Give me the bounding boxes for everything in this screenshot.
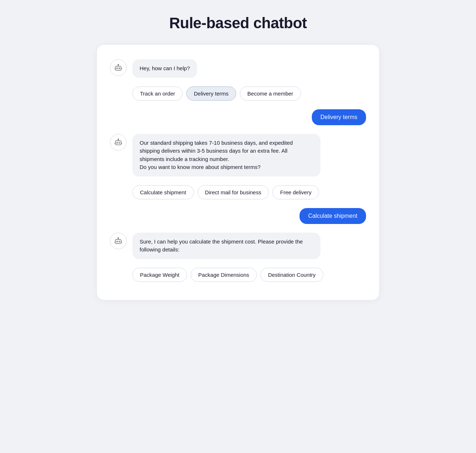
option-delivery-terms[interactable]: Delivery terms: [186, 86, 236, 101]
option-become-member[interactable]: Become a member: [240, 86, 301, 101]
svg-rect-0: [115, 66, 121, 70]
svg-point-2: [119, 68, 120, 69]
option-destination-country[interactable]: Destination Country: [260, 268, 323, 282]
bot-reply-2-bubble: Sure, I can help you calculate the shipm…: [132, 233, 320, 259]
bot-reply-2-row: Sure, I can help you calculate the shipm…: [110, 233, 366, 259]
svg-point-1: [116, 68, 118, 69]
user-message-2: Calculate shipment: [299, 208, 366, 224]
option-free-delivery[interactable]: Free delivery: [272, 185, 319, 199]
user-message-1-row: Delivery terms: [110, 109, 366, 125]
bot-greeting-row: Hey, how can I help?: [110, 59, 366, 78]
chat-container: Hey, how can I help? Track an order Deli…: [97, 45, 379, 300]
svg-point-8: [116, 142, 118, 143]
svg-point-16: [119, 241, 120, 242]
svg-point-9: [119, 142, 120, 143]
bot-greeting-messages: Hey, how can I help?: [132, 59, 197, 78]
svg-point-18: [118, 237, 119, 238]
user-message-2-row: Calculate shipment: [110, 208, 366, 224]
svg-point-11: [118, 139, 119, 139]
page-title: Rule-based chatbot: [169, 14, 307, 32]
option-track-order[interactable]: Track an order: [132, 86, 183, 101]
bot-reply-1-messages: Our standard shipping takes 7-10 busines…: [132, 134, 320, 177]
bot-avatar-3: [110, 233, 127, 249]
reply-options-row: Calculate shipment Direct mail for busin…: [132, 185, 366, 199]
option-direct-mail[interactable]: Direct mail for business: [197, 185, 269, 199]
option-calculate-shipment[interactable]: Calculate shipment: [132, 185, 194, 199]
robot-icon-2: [114, 137, 123, 147]
robot-icon: [114, 63, 123, 72]
bot-reply-1-bubble: Our standard shipping takes 7-10 busines…: [132, 134, 320, 177]
svg-rect-7: [115, 140, 121, 144]
bot-avatar-2: [110, 134, 127, 151]
robot-icon-3: [114, 236, 123, 246]
bot-avatar: [110, 59, 127, 76]
bot-reply-2-messages: Sure, I can help you calculate the shipm…: [132, 233, 320, 259]
bot-reply-1-row: Our standard shipping takes 7-10 busines…: [110, 134, 366, 177]
option-package-weight[interactable]: Package Weight: [132, 268, 187, 282]
initial-options-row: Track an order Delivery terms Become a m…: [132, 86, 366, 101]
greeting-bubble: Hey, how can I help?: [132, 59, 197, 78]
svg-point-4: [118, 64, 119, 65]
svg-rect-14: [115, 239, 121, 243]
detail-options-row: Package Weight Package Dimensions Destin…: [132, 268, 366, 282]
svg-point-15: [116, 241, 118, 242]
option-package-dimensions[interactable]: Package Dimensions: [191, 268, 257, 282]
user-message-1: Delivery terms: [312, 109, 366, 125]
